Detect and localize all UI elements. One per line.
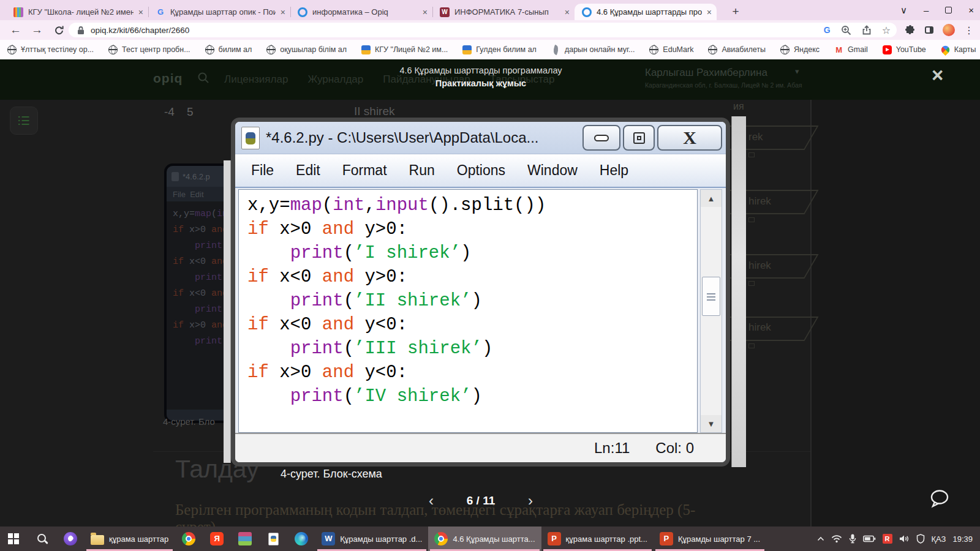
user-menu-caret-icon[interactable]: ▾ xyxy=(795,67,799,76)
bookmark-item[interactable]: билим ал xyxy=(205,45,252,54)
pager-prev-icon[interactable]: ‹ xyxy=(429,492,434,509)
bookmark-item[interactable]: оқушылар білім ал xyxy=(266,45,347,54)
new-tab-button[interactable]: + xyxy=(728,4,744,20)
taskbar-app-icon xyxy=(434,532,448,545)
taskbar-app-icon xyxy=(91,535,104,545)
taskbar-app-icon xyxy=(210,532,224,545)
clock[interactable]: 19:39 xyxy=(952,534,973,544)
mini-title-text: *4.6.2.p xyxy=(183,172,210,181)
window-close-button[interactable]: × xyxy=(968,5,974,15)
user-name[interactable]: Карлыгаш Рахимберлина xyxy=(645,67,767,79)
taskbar-button[interactable] xyxy=(0,527,28,551)
bookmark-item[interactable]: Авиабилеты xyxy=(708,45,766,54)
speaker-icon[interactable] xyxy=(899,534,910,543)
flowchart-label-fragment: hirek xyxy=(748,321,771,334)
taskbar-button[interactable]: құрама шарттар .ppt... xyxy=(541,527,654,551)
opiq-logo[interactable]: opiq xyxy=(153,71,183,86)
tab-close-icon[interactable]: × xyxy=(565,7,570,17)
tab-close-icon[interactable]: × xyxy=(423,7,428,17)
bookmark-item[interactable]: EduMark xyxy=(649,45,693,54)
microphone-icon[interactable] xyxy=(849,534,856,544)
address-bar[interactable]: opiq.kz/kit/66/chapter/2660 G ☆ xyxy=(69,23,897,37)
idle-menu-item: Run xyxy=(409,162,435,179)
taskbar-button-label: құрама шарттар .ppt... xyxy=(566,534,647,544)
taskbar-button[interactable]: Құрамды шарттар 7 ... xyxy=(654,527,766,551)
chat-bubble-button[interactable] xyxy=(929,489,951,511)
flowchart-label-fragment: hirek xyxy=(748,195,771,208)
idle-menu-item: Help xyxy=(600,162,628,179)
tab-close-icon[interactable]: × xyxy=(707,7,712,17)
bookmark-item[interactable]: Карты xyxy=(941,45,976,54)
window-minimize-button[interactable]: – xyxy=(924,5,929,15)
google-icon[interactable]: G xyxy=(824,25,831,35)
battery-icon[interactable] xyxy=(863,535,876,542)
tab-title: КГУ "Школа- лицей №2 имени xyxy=(28,7,134,17)
wifi-icon[interactable] xyxy=(831,534,842,543)
maximize-icon xyxy=(633,132,645,144)
taskbar-button[interactable]: Құрамды шарттар .d... xyxy=(315,527,428,551)
bookmark-item[interactable]: Gmail xyxy=(834,45,868,54)
taskbar-button[interactable]: құрама шарттар xyxy=(85,527,175,551)
bookmark-label: Ұлттық тестілеу ор... xyxy=(21,45,94,54)
bookmark-favicon xyxy=(462,45,472,54)
forward-button[interactable]: → xyxy=(31,23,43,37)
browser-tab[interactable]: ИНФОРМАТИКА 7-сынып × xyxy=(432,4,575,20)
reload-button[interactable] xyxy=(54,25,64,36)
taskbar-button[interactable] xyxy=(56,527,85,551)
extensions-puzzle-icon[interactable] xyxy=(905,24,916,36)
profile-avatar[interactable] xyxy=(943,24,955,36)
window-restore-button[interactable] xyxy=(945,7,952,13)
taskbar-button[interactable] xyxy=(175,527,203,551)
taskbar-button-label: 4.6 Құрамды шартта... xyxy=(453,534,535,544)
bookmark-favicon xyxy=(780,45,790,54)
bookmark-item[interactable]: YouTube xyxy=(883,45,926,54)
side-panel-icon[interactable] xyxy=(925,26,933,34)
menu-dots-icon[interactable]: ⋮ xyxy=(964,24,974,36)
dim-table-value: -4 xyxy=(164,105,175,119)
tab-search-chevron-icon[interactable]: ∨ xyxy=(900,5,907,16)
tray-chevron-up-icon[interactable] xyxy=(817,536,824,541)
browser-tab[interactable]: информатика – Opiq × xyxy=(290,4,432,20)
bookmark-favicon xyxy=(361,45,371,54)
opiq-nav-item[interactable]: Лицензиялар xyxy=(224,73,288,86)
figure-caption: 4-сурет. Блок-схема xyxy=(281,468,382,481)
taskbar-app-icon xyxy=(36,532,49,545)
figure-edge-strip xyxy=(224,160,231,463)
back-button[interactable]: ← xyxy=(10,23,21,37)
bookmark-item[interactable]: Ұлттық тестілеу ор... xyxy=(7,45,94,54)
toc-button[interactable] xyxy=(10,107,38,135)
browser-tab[interactable]: Құрамды шарттар опик - Поиск × xyxy=(148,4,290,20)
zoom-icon[interactable] xyxy=(841,25,851,36)
taskbar-button-label: Құрамды шарттар .d... xyxy=(340,534,422,544)
pager-next-icon[interactable]: › xyxy=(528,492,533,509)
bookmark-item[interactable]: дарын онлайн муг... xyxy=(551,45,635,54)
taskbar-app-icon xyxy=(660,532,673,545)
browser-tab[interactable]: КГУ "Школа- лицей №2 имени × xyxy=(6,4,148,20)
taskbar-button[interactable] xyxy=(287,527,315,551)
taskbar-button[interactable] xyxy=(231,527,259,551)
browser-tab[interactable]: 4.6 Құрамды шарттарды програ × xyxy=(575,4,717,20)
lightbox-close-button[interactable]: × xyxy=(932,64,943,87)
idle-statusbar: Ln:11 Col: 0 xyxy=(235,433,726,462)
taskbar-button[interactable]: 4.6 Құрамды шартта... xyxy=(428,527,541,551)
bookmark-star-icon[interactable]: ☆ xyxy=(882,24,891,36)
bookmark-item[interactable]: Тест центр пробн... xyxy=(108,45,190,54)
taskbar-button[interactable] xyxy=(259,527,287,551)
punto-switcher-icon[interactable] xyxy=(883,534,892,544)
right-panel-dimmed xyxy=(811,100,980,527)
lightbox-figure[interactable]: *4.6.2.py - C:\Users\User\AppData\Loca..… xyxy=(224,116,746,467)
tab-close-icon[interactable]: × xyxy=(138,7,143,17)
language-indicator[interactable]: ҚАЗ xyxy=(932,534,946,544)
bookmark-item[interactable]: КГУ "Лицей №2 им... xyxy=(361,45,448,54)
tab-close-icon[interactable]: × xyxy=(281,7,285,17)
tab-list: КГУ "Школа- лицей №2 имени × Құрамды шар… xyxy=(6,0,717,20)
taskbar-button[interactable] xyxy=(203,527,231,551)
defender-shield-icon[interactable] xyxy=(916,534,925,544)
python-file-icon xyxy=(172,172,179,181)
opiq-search-icon[interactable] xyxy=(197,72,209,86)
bookmark-item[interactable]: Яндекс xyxy=(780,45,820,54)
bookmark-item[interactable]: Гулден билим ал xyxy=(462,45,537,54)
bookmark-label: Авиабилеты xyxy=(722,45,766,54)
taskbar-button[interactable] xyxy=(28,527,56,551)
share-icon[interactable] xyxy=(862,25,872,35)
